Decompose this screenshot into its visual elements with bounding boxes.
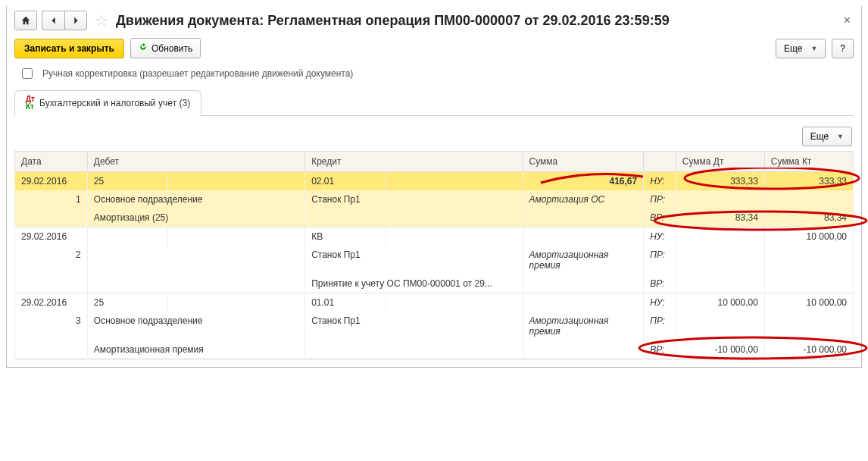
help-button[interactable]: ? [832,39,854,58]
postings-table[interactable]: Дата Дебет Кредит Сумма Сумма Дт Сумма К… [14,151,854,359]
home-icon [20,15,31,26]
cell-nu-kt: 10 000,00 [764,227,853,246]
col-lbl [644,152,676,172]
cell-sum-desc: Амортизационная премия [523,246,644,274]
page-title: Движения документа: Регламентная операци… [116,13,670,29]
cell-date: 29.02.2016 [15,227,88,246]
home-button[interactable] [14,11,37,30]
cell-nu-label: НУ: [644,293,676,312]
cell-credit-sub1: Станок Пр1 [305,312,523,340]
cell-pr-kt [764,190,853,209]
cell-pr-label: ПР: [644,190,676,209]
col-debit: Дебет [87,152,304,172]
table-row[interactable]: 29.02.2016 КВ НУ: 10 000,00 [15,227,854,246]
cell-debit-sub2 [87,274,304,293]
cell-debit-sub1 [87,246,304,274]
table-row[interactable]: Принятие к учету ОС ПМ00-000001 от 29...… [15,274,854,293]
tab-accounting[interactable]: ДтКт Бухгалтерский и налоговый учет (3) [14,90,201,116]
cell-num: 3 [15,312,88,340]
grid-more-label: Еще [810,131,829,142]
forward-button[interactable] [64,11,87,30]
cell-debit-acc [87,227,167,246]
cell-pr-dt [676,312,764,340]
table-row[interactable]: 1 Основное подразделение Станок Пр1 Амор… [15,190,854,209]
cell-nu-kt: 10 000,00 [764,293,853,312]
cell-credit-sub2 [305,209,523,227]
cell-date: 29.02.2016 [15,293,88,312]
manual-correction-label: Ручная корректировка (разрешает редактир… [42,68,353,79]
refresh-button[interactable]: Обновить [130,38,201,58]
nav-group [42,11,87,30]
cell-vr-label: ВР: [644,274,676,293]
cell-nu-kt: 333,33 [764,172,853,191]
refresh-icon [139,42,148,54]
col-credit: Кредит [305,152,523,172]
arrow-left-icon [48,15,59,26]
cell-num: 1 [15,190,88,209]
col-sum: Сумма [523,152,644,172]
cell-debit-sub2: Амортизация (25) [87,209,304,227]
arrow-right-icon [70,15,81,26]
cell-credit-sub2 [305,340,523,359]
dtkt-icon: ДтКт [26,96,35,111]
cell-nu-label: НУ: [644,227,676,246]
cell-credit-sub1: Станок Пр1 [305,190,523,209]
favorite-star-icon[interactable]: ☆ [95,11,108,30]
col-date: Дата [15,152,88,172]
table-row[interactable]: Амортизационная премия ВР: -10 000,00 -1… [15,340,854,359]
close-button[interactable]: × [841,14,854,27]
cell-nu-label: НУ: [644,172,676,191]
table-row[interactable]: Амортизация (25) ВР: 83,34 83,34 [15,209,854,227]
cell-credit-acc: 02.01 [305,172,386,191]
chevron-down-icon: ▼ [810,45,817,52]
cell-pr-dt [676,190,764,209]
table-row[interactable]: 29.02.2016 25 01.01 НУ: 10 000,00 10 000… [15,293,854,312]
cell-credit-acc: КВ [305,227,386,246]
cell-vr-label: ВР: [644,209,676,227]
cell-pr-label: ПР: [644,312,676,340]
cell-sum-desc: Амортизация ОС [523,190,644,209]
grid-more-button[interactable]: Еще ▼ [802,127,852,146]
cell-nu-dt: 10 000,00 [676,293,764,312]
cell-pr-dt [676,246,764,274]
cell-debit-sub1: Основное подразделение [87,190,304,209]
cell-credit-sub1: Станок Пр1 [305,246,523,274]
cell-vr-kt: 83,34 [764,209,853,227]
cell-vr-dt: 83,34 [676,209,764,227]
cell-pr-label: ПР: [644,246,676,274]
cell-sum: 416,67 [523,172,644,191]
cell-vr-dt [676,274,764,293]
cell-debit-sub2: Амортизационная премия [87,340,304,359]
cell-pr-kt [764,246,853,274]
back-button[interactable] [42,11,64,30]
cell-nu-dt: 333,33 [676,172,764,191]
cell-sum [523,227,644,246]
cell-sum-desc: Амортизационная премия [523,312,644,340]
save-and-close-button[interactable]: Записать и закрыть [14,39,124,58]
table-row[interactable]: 2 Станок Пр1 Амортизационная премия ПР: [15,246,854,274]
tab-label: Бухгалтерский и налоговый учет (3) [39,98,190,108]
cell-pr-kt [764,312,853,340]
cell-num: 2 [15,246,88,274]
col-sum-kt: Сумма Кт [764,152,853,172]
cell-nu-dt [676,227,764,246]
cell-credit-sub2: Принятие к учету ОС ПМ00-000001 от 29... [305,274,523,293]
cell-date: 29.02.2016 [15,172,88,191]
cell-vr-kt [764,274,853,293]
cell-vr-label: ВР: [644,340,676,359]
chevron-down-icon: ▼ [837,133,844,140]
table-header-row: Дата Дебет Кредит Сумма Сумма Дт Сумма К… [15,152,854,172]
cell-vr-dt: -10 000,00 [676,340,764,359]
cell-vr-kt: -10 000,00 [764,340,853,359]
cell-debit-sub1: Основное подразделение [87,312,304,340]
col-sum-dt: Сумма Дт [676,152,764,172]
cell-debit-acc: 25 [87,293,167,312]
manual-correction-checkbox[interactable] [22,68,33,79]
cell-debit-acc: 25 [87,172,167,191]
more-label: Еще [784,43,802,54]
manual-correction-row[interactable]: Ручная корректировка (разрешает редактир… [19,66,854,81]
more-button[interactable]: Еще ▼ [776,39,826,58]
table-row[interactable]: 3 Основное подразделение Станок Пр1 Амор… [15,312,854,340]
refresh-label: Обновить [151,43,192,54]
table-row[interactable]: 29.02.2016 25 02.01 416,67 НУ: 333,33 33… [15,172,854,191]
